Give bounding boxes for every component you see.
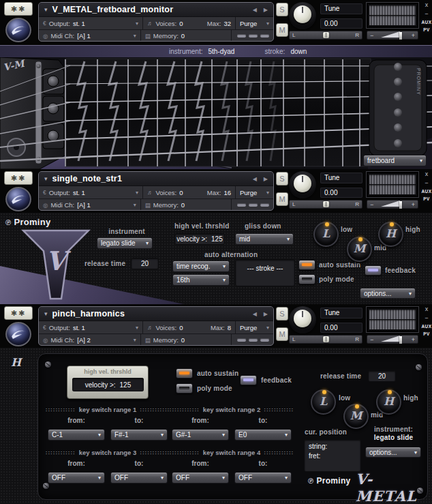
close-button[interactable]: x — [425, 306, 429, 313]
low-eq-knob[interactable]: L — [311, 389, 336, 415]
minimize-button[interactable]: − — [425, 10, 428, 18]
memory-readout: ▤ Memory: 0 — [141, 30, 232, 42]
pan-handle[interactable] — [323, 32, 329, 38]
instrument-title[interactable]: pinch_harmonics — [52, 309, 248, 318]
collapse-icon[interactable]: ▾ — [44, 310, 48, 317]
mute-button[interactable]: M — [276, 23, 288, 37]
pv-button[interactable]: pv — [422, 27, 431, 33]
mid-eq-knob[interactable]: M — [347, 237, 372, 262]
instrument-title[interactable]: single_note_str1 — [52, 174, 248, 183]
purge-menu[interactable]: Purge ▾ — [236, 186, 273, 198]
pv-button[interactable]: pv — [422, 331, 431, 337]
instrument-title[interactable]: V_METAL_fretboard_monitor — [52, 5, 248, 14]
ks1-to-dropdown[interactable]: F#-1 ▾ — [110, 429, 168, 441]
ks4-from-dropdown[interactable]: OFF ▾ — [172, 472, 229, 484]
solo-button[interactable]: S — [276, 172, 288, 186]
high-eq-knob[interactable]: H — [376, 389, 401, 415]
collapse-icon[interactable]: ▾ — [44, 175, 48, 182]
minimize-button[interactable]: − — [425, 179, 428, 187]
minimize-button[interactable]: − — [425, 314, 428, 322]
pan-slider[interactable]: L R — [289, 31, 362, 40]
velocity-threshold-display[interactable]: velocity >: 125 — [72, 378, 144, 391]
purge-menu[interactable]: Purge ▾ — [236, 17, 273, 29]
output-select[interactable]: € Output: st. 1 ▾ — [39, 186, 143, 198]
mute-button[interactable]: M — [276, 192, 288, 206]
volume-wedge — [381, 201, 400, 207]
pv-button[interactable]: pv — [422, 196, 431, 202]
pan-handle[interactable] — [323, 336, 329, 342]
output-icon: € — [43, 324, 46, 331]
velocity-threshold-display[interactable]: velocity >: 125 — [174, 233, 225, 245]
view-selector-dropdown[interactable]: fretboard ▾ — [363, 155, 427, 166]
feedback-button[interactable] — [365, 265, 382, 276]
midi-channel-select[interactable]: ◎ Midi Ch: [A] 1 ▾ — [39, 30, 141, 42]
aux-button[interactable]: aux — [420, 19, 432, 25]
poly-mode-button[interactable] — [298, 274, 315, 284]
next-instrument-icon[interactable]: ▶ — [264, 311, 268, 317]
volume-slider[interactable]: − + — [367, 335, 418, 344]
tune-knob[interactable] — [289, 171, 316, 198]
poly-mode-button[interactable] — [176, 383, 193, 394]
ks2-to-dropdown[interactable]: E0 ▾ — [234, 429, 292, 441]
pan-slider[interactable]: L R — [289, 200, 362, 209]
purge-menu[interactable]: Purge ▾ — [236, 321, 273, 333]
options-dropdown[interactable]: options... ▾ — [360, 288, 416, 299]
close-button[interactable]: x — [425, 1, 429, 9]
level-meters — [367, 307, 418, 332]
freeze-button[interactable]: ✱✱ — [4, 2, 33, 16]
freeze-button[interactable]: ✱✱ — [4, 306, 33, 320]
pickup-brand: PROMINY — [416, 68, 421, 95]
volume-handle[interactable] — [399, 336, 402, 344]
pan-slider[interactable]: L R — [289, 335, 362, 344]
ks1-from-dropdown[interactable]: C-1 ▾ — [48, 429, 105, 441]
collapse-icon[interactable]: ▾ — [44, 6, 48, 13]
dropdown-icon: ▾ — [98, 432, 101, 438]
output-select[interactable]: € Output: st. 1 ▾ — [39, 17, 143, 29]
midi-icon: ◎ — [43, 337, 48, 344]
solo-button[interactable]: S — [276, 307, 288, 321]
instrument-header-3: ✱✱ ▾ pinch_harmonics ◀▶ € Output: st. 1 … — [0, 304, 432, 348]
single-note-panel: ℗ Prominy V instrument legato slide ▾ re… — [0, 213, 432, 304]
high-eq-label: high — [405, 226, 420, 233]
release-time-value[interactable]: 20 — [131, 258, 159, 269]
volume-slider[interactable]: − + — [367, 31, 418, 40]
auto-sustain-button[interactable] — [298, 260, 315, 270]
gliss-down-dropdown[interactable]: mid ▾ — [235, 233, 294, 245]
instrument-dropdown[interactable]: legato slide ▾ — [97, 237, 153, 249]
freeze-button[interactable]: ✱✱ — [4, 171, 33, 185]
tune-knob[interactable] — [289, 2, 316, 29]
next-instrument-icon[interactable]: ▶ — [264, 176, 268, 182]
options-dropdown[interactable]: options... ▾ — [365, 447, 421, 458]
midi-channel-select[interactable]: ◎ Midi Ch: [A] 2 ▾ — [39, 334, 141, 346]
pan-handle[interactable] — [323, 201, 329, 207]
time-recognition-dropdown[interactable]: time recog. ▾ — [172, 261, 230, 272]
volume-handle[interactable] — [399, 201, 402, 209]
high-eq-knob[interactable]: H — [378, 222, 403, 247]
prev-instrument-icon[interactable]: ◀ — [253, 176, 257, 182]
ks2-from-dropdown[interactable]: G#-1 ▾ — [172, 429, 229, 441]
aux-button[interactable]: aux — [420, 188, 432, 194]
solo-button[interactable]: S — [276, 3, 288, 16]
mute-button[interactable]: M — [276, 327, 288, 341]
next-instrument-icon[interactable]: ▶ — [264, 7, 268, 13]
output-select[interactable]: € Output: st. 1 ▾ — [39, 321, 143, 333]
low-eq-knob[interactable]: L — [313, 222, 339, 247]
prev-instrument-icon[interactable]: ◀ — [253, 311, 257, 317]
close-button[interactable]: x — [425, 171, 429, 178]
ks3-from-dropdown[interactable]: OFF ▾ — [48, 472, 105, 484]
dropdown-icon: ▾ — [161, 475, 164, 481]
low-eq-label: low — [341, 226, 352, 233]
ks3-to-dropdown[interactable]: OFF ▾ — [110, 472, 168, 484]
ks4-to-dropdown[interactable]: OFF ▾ — [234, 472, 292, 484]
feedback-button[interactable] — [240, 375, 257, 385]
release-time-value[interactable]: 20 — [368, 370, 396, 382]
note-division-dropdown[interactable]: 16th ▾ — [172, 274, 230, 286]
volume-handle[interactable] — [399, 32, 402, 40]
volume-slider[interactable]: − + — [367, 200, 418, 209]
key-switch-range-3-header: :::::::::::: key switch range 3 ::::::::… — [45, 449, 170, 456]
prev-instrument-icon[interactable]: ◀ — [253, 7, 257, 13]
midi-channel-select[interactable]: ◎ Midi Ch: [A] 1 ▾ — [39, 199, 141, 211]
auto-sustain-button[interactable] — [176, 368, 193, 379]
tune-knob[interactable] — [289, 306, 316, 333]
aux-button[interactable]: aux — [420, 323, 432, 329]
